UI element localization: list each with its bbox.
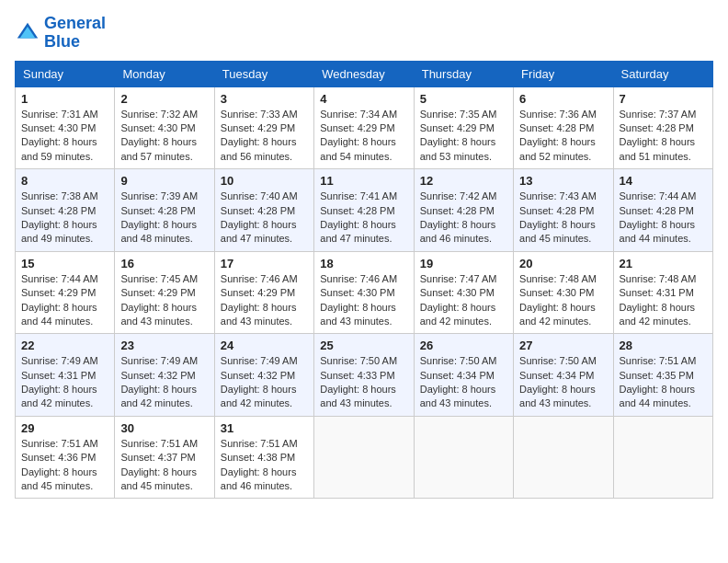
sunset-time: 4:35 PM bbox=[656, 370, 694, 381]
calendar-cell: 14 Sunrise: 7:44 AM Sunset: 4:28 PM Dayl… bbox=[613, 169, 712, 252]
calendar-cell bbox=[314, 416, 414, 499]
sunrise-time: 7:45 AM bbox=[161, 273, 198, 284]
sunrise-label: Sunrise: bbox=[620, 190, 659, 201]
day-number: 17 bbox=[221, 257, 308, 270]
sunset-label: Sunset: bbox=[120, 452, 157, 463]
sunrise-label: Sunrise: bbox=[221, 109, 260, 120]
sunset-time: 4:28 PM bbox=[358, 205, 395, 216]
calendar-cell: 29 Sunrise: 7:51 AM Sunset: 4:36 PM Dayl… bbox=[16, 416, 115, 499]
calendar-cell: 8 Sunrise: 7:38 AM Sunset: 4:28 PM Dayli… bbox=[16, 169, 115, 252]
day-info: Sunrise: 7:39 AM Sunset: 4:28 PM Dayligh… bbox=[120, 190, 208, 247]
day-number: 27 bbox=[519, 339, 607, 352]
day-number: 29 bbox=[21, 421, 108, 435]
daylight-label: Daylight: bbox=[519, 302, 562, 313]
sunrise-label: Sunrise: bbox=[519, 190, 559, 201]
sunrise-time: 7:42 AM bbox=[460, 190, 496, 201]
sunset-label: Sunset: bbox=[120, 122, 157, 133]
sunset-label: Sunset: bbox=[420, 122, 457, 133]
sunrise-time: 7:35 AM bbox=[460, 109, 496, 120]
calendar-cell: 11 Sunrise: 7:41 AM Sunset: 4:28 PM Dayl… bbox=[314, 169, 414, 252]
day-info: Sunrise: 7:32 AM Sunset: 4:30 PM Dayligh… bbox=[120, 108, 208, 165]
weekday-header-monday: Monday bbox=[115, 61, 214, 86]
daylight-label: Daylight: bbox=[620, 384, 662, 395]
sunset-time: 4:29 PM bbox=[358, 122, 395, 133]
calendar-cell bbox=[613, 416, 712, 499]
sunrise-label: Sunrise: bbox=[120, 273, 160, 284]
day-number: 18 bbox=[320, 257, 407, 270]
sunrise-label: Sunrise: bbox=[120, 355, 160, 366]
sunset-label: Sunset: bbox=[519, 122, 556, 133]
day-number: 2 bbox=[120, 92, 208, 106]
sunrise-label: Sunrise: bbox=[120, 109, 160, 120]
sunrise-label: Sunrise: bbox=[21, 109, 61, 120]
sunset-time: 4:30 PM bbox=[158, 122, 196, 133]
sunset-time: 4:28 PM bbox=[457, 205, 495, 216]
daylight-label: Daylight: bbox=[519, 219, 562, 230]
sunset-time: 4:30 PM bbox=[556, 287, 594, 298]
day-info: Sunrise: 7:46 AM Sunset: 4:30 PM Dayligh… bbox=[320, 272, 407, 329]
sunrise-time: 7:48 AM bbox=[659, 273, 696, 284]
calendar-cell: 21 Sunrise: 7:48 AM Sunset: 4:31 PM Dayl… bbox=[613, 251, 712, 334]
daylight-label: Daylight: bbox=[420, 136, 462, 147]
sunrise-time: 7:40 AM bbox=[260, 190, 297, 201]
sunset-label: Sunset: bbox=[519, 287, 556, 298]
day-info: Sunrise: 7:50 AM Sunset: 4:34 PM Dayligh… bbox=[420, 354, 507, 411]
daylight-label: Daylight: bbox=[420, 384, 462, 395]
daylight-label: Daylight: bbox=[120, 466, 163, 477]
sunrise-time: 7:34 AM bbox=[360, 109, 397, 120]
sunrise-label: Sunrise: bbox=[620, 355, 659, 366]
sunset-label: Sunset: bbox=[519, 205, 556, 216]
daylight-label: Daylight: bbox=[120, 384, 163, 395]
calendar-cell: 3 Sunrise: 7:33 AM Sunset: 4:29 PM Dayli… bbox=[214, 86, 313, 169]
day-info: Sunrise: 7:44 AM Sunset: 4:28 PM Dayligh… bbox=[620, 190, 707, 247]
sunset-label: Sunset: bbox=[420, 287, 457, 298]
sunset-time: 4:32 PM bbox=[158, 370, 196, 381]
day-number: 15 bbox=[21, 257, 108, 270]
daylight-label: Daylight: bbox=[221, 466, 263, 477]
sunrise-time: 7:51 AM bbox=[260, 438, 297, 449]
sunset-label: Sunset: bbox=[620, 287, 656, 298]
day-number: 19 bbox=[420, 257, 507, 270]
daylight-label: Daylight: bbox=[519, 384, 562, 395]
sunset-label: Sunset: bbox=[320, 370, 357, 381]
sunrise-label: Sunrise: bbox=[221, 273, 260, 284]
calendar-cell: 15 Sunrise: 7:44 AM Sunset: 4:29 PM Dayl… bbox=[16, 251, 115, 334]
sunset-time: 4:36 PM bbox=[58, 452, 96, 463]
day-number: 16 bbox=[120, 257, 208, 270]
sunrise-label: Sunrise: bbox=[21, 355, 61, 366]
sunrise-label: Sunrise: bbox=[320, 273, 359, 284]
day-number: 13 bbox=[519, 174, 607, 188]
sunrise-time: 7:41 AM bbox=[360, 190, 397, 201]
weekday-header-wednesday: Wednesday bbox=[314, 61, 414, 86]
day-info: Sunrise: 7:51 AM Sunset: 4:36 PM Dayligh… bbox=[21, 437, 108, 494]
sunrise-label: Sunrise: bbox=[221, 190, 260, 201]
sunrise-label: Sunrise: bbox=[620, 109, 659, 120]
daylight-label: Daylight: bbox=[620, 136, 662, 147]
sunrise-time: 7:46 AM bbox=[260, 273, 297, 284]
day-info: Sunrise: 7:50 AM Sunset: 4:34 PM Dayligh… bbox=[519, 354, 607, 411]
sunset-label: Sunset: bbox=[221, 452, 257, 463]
weekday-header-saturday: Saturday bbox=[613, 61, 712, 86]
sunset-time: 4:32 PM bbox=[257, 370, 295, 381]
calendar-cell: 26 Sunrise: 7:50 AM Sunset: 4:34 PM Dayl… bbox=[414, 334, 513, 417]
calendar-cell: 28 Sunrise: 7:51 AM Sunset: 4:35 PM Dayl… bbox=[613, 334, 712, 417]
sunrise-label: Sunrise: bbox=[221, 355, 260, 366]
sunrise-time: 7:51 AM bbox=[61, 438, 97, 449]
sunset-time: 4:28 PM bbox=[556, 205, 594, 216]
sunset-label: Sunset: bbox=[21, 452, 58, 463]
sunset-time: 4:28 PM bbox=[58, 205, 96, 216]
calendar-week-row: 15 Sunrise: 7:44 AM Sunset: 4:29 PM Dayl… bbox=[16, 251, 713, 334]
daylight-label: Daylight: bbox=[221, 302, 263, 313]
sunrise-label: Sunrise: bbox=[221, 438, 260, 449]
day-number: 3 bbox=[221, 92, 308, 106]
daylight-label: Daylight: bbox=[620, 302, 662, 313]
sunrise-time: 7:39 AM bbox=[161, 190, 198, 201]
daylight-label: Daylight: bbox=[221, 219, 263, 230]
day-info: Sunrise: 7:36 AM Sunset: 4:28 PM Dayligh… bbox=[519, 108, 607, 165]
daylight-label: Daylight: bbox=[620, 219, 662, 230]
day-info: Sunrise: 7:37 AM Sunset: 4:28 PM Dayligh… bbox=[620, 108, 707, 165]
calendar-cell: 16 Sunrise: 7:45 AM Sunset: 4:29 PM Dayl… bbox=[115, 251, 214, 334]
sunrise-label: Sunrise: bbox=[420, 273, 460, 284]
sunset-time: 4:34 PM bbox=[556, 370, 594, 381]
sunrise-time: 7:31 AM bbox=[61, 109, 97, 120]
